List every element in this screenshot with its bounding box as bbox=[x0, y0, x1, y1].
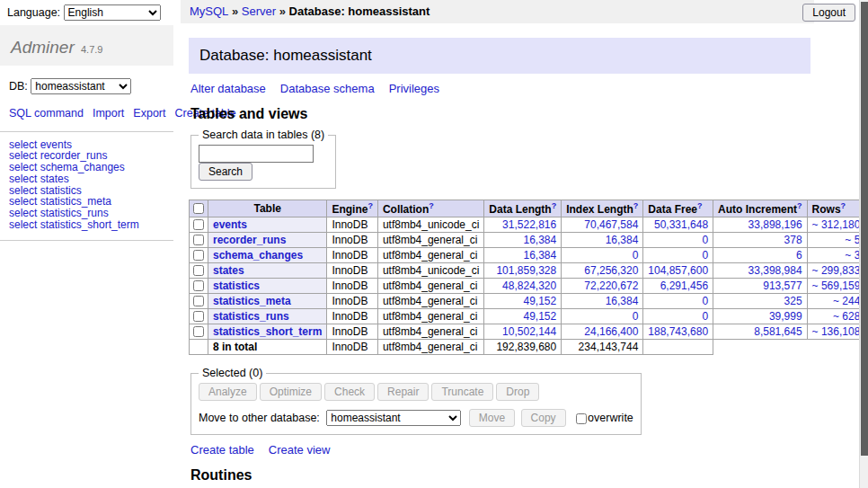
table-search-input[interactable] bbox=[199, 145, 314, 163]
data-free-link[interactable]: 0 bbox=[702, 249, 708, 262]
data-length-link[interactable]: 49,152 bbox=[523, 295, 556, 307]
check-button[interactable]: Check bbox=[324, 383, 375, 401]
data-free-link[interactable]: 188,743,680 bbox=[648, 325, 708, 338]
index-length-link[interactable]: 70,467,584 bbox=[584, 218, 638, 231]
sidebar-action-sql-command[interactable]: SQL command bbox=[9, 107, 84, 120]
link-create-table[interactable]: Create table bbox=[190, 443, 254, 457]
breadcrumb-item-server[interactable]: Server bbox=[242, 4, 276, 18]
auto-increment-link[interactable]: 325 bbox=[784, 295, 802, 307]
table-row: statisticsInnoDButf8mb4_general_ci48,824… bbox=[190, 279, 868, 294]
data-length-link[interactable]: 48,824,320 bbox=[502, 279, 556, 292]
copy-button[interactable]: Copy bbox=[521, 409, 566, 427]
auto-increment-link[interactable]: 8,581,645 bbox=[754, 325, 802, 338]
row-checkbox[interactable] bbox=[193, 219, 204, 230]
row-checkbox[interactable] bbox=[193, 326, 204, 337]
index-length-link[interactable]: 67,256,320 bbox=[584, 264, 638, 277]
table-name-link[interactable]: recorder_runs bbox=[213, 234, 286, 246]
rows-link[interactable]: ~ 299,833 bbox=[812, 264, 861, 277]
table-name-link[interactable]: states bbox=[213, 264, 244, 277]
data-length-link[interactable]: 10,502,144 bbox=[502, 325, 556, 338]
breadcrumb-item-mysql[interactable]: MySQL bbox=[190, 4, 228, 18]
help-link[interactable]: ? bbox=[368, 201, 373, 210]
rows-link[interactable]: ~ 3 bbox=[845, 249, 860, 262]
row-checkbox[interactable] bbox=[193, 296, 204, 306]
data-length-link[interactable]: 101,859,328 bbox=[496, 264, 556, 277]
drop-button[interactable]: Drop bbox=[496, 383, 539, 401]
engine-cell: InnoDB bbox=[327, 217, 378, 233]
sidebar-action-import[interactable]: Import bbox=[93, 107, 124, 120]
help-link[interactable]: ? bbox=[429, 201, 434, 210]
auto-increment-link[interactable]: 33,398,984 bbox=[748, 264, 802, 277]
overwrite-checkbox[interactable] bbox=[576, 413, 587, 424]
sidebar-item-select-schema-changes[interactable]: select schema_changes bbox=[9, 162, 164, 173]
move-target-select[interactable]: homeassistant bbox=[326, 410, 461, 426]
row-checkbox[interactable] bbox=[193, 280, 204, 291]
index-length-link[interactable]: 0 bbox=[633, 310, 639, 323]
auto-increment-link[interactable]: 6 bbox=[796, 249, 802, 262]
rows-link[interactable]: ~ 628 bbox=[833, 310, 860, 323]
collation-cell: utf8mb4_general_ci bbox=[377, 294, 483, 309]
sidebar-item-select-states[interactable]: select states bbox=[9, 173, 164, 185]
data-length-link[interactable]: 49,152 bbox=[523, 310, 556, 323]
db-link-privileges[interactable]: Privileges bbox=[389, 82, 439, 95]
db-select[interactable]: homeassistant bbox=[31, 78, 131, 94]
logout-button[interactable]: Logout bbox=[802, 4, 855, 22]
analyze-button[interactable]: Analyze bbox=[199, 383, 257, 401]
auto-increment-link[interactable]: 39,999 bbox=[769, 310, 802, 323]
table-name-link[interactable]: statistics bbox=[213, 279, 260, 292]
help-link[interactable]: ? bbox=[797, 201, 802, 210]
scrollbar-thumb[interactable] bbox=[861, 2, 868, 456]
select-all-checkbox[interactable] bbox=[193, 203, 204, 214]
vertical-scrollbar[interactable] bbox=[859, 0, 868, 488]
db-link-database-schema[interactable]: Database schema bbox=[280, 82, 375, 95]
row-checkbox[interactable] bbox=[193, 235, 204, 245]
data-free-link[interactable]: 50,331,648 bbox=[654, 218, 708, 231]
rows-link[interactable]: ~ 244 bbox=[833, 295, 860, 307]
truncate-button[interactable]: Truncate bbox=[431, 383, 493, 401]
index-length-link[interactable]: 72,220,672 bbox=[584, 279, 638, 292]
link-create-view[interactable]: Create view bbox=[269, 443, 331, 457]
sidebar-item-select-statistics-runs[interactable]: select statistics_runs bbox=[9, 208, 164, 219]
index-length-link[interactable]: 16,384 bbox=[606, 234, 639, 246]
data-free-link[interactable]: 0 bbox=[702, 295, 708, 307]
rows-link[interactable]: ~ 569,159 bbox=[812, 279, 861, 292]
help-link[interactable]: ? bbox=[633, 201, 639, 210]
row-checkbox[interactable] bbox=[193, 311, 204, 322]
index-length-link[interactable]: 0 bbox=[633, 249, 639, 262]
data-free-cell: 0 bbox=[643, 309, 713, 324]
sidebar-item-select-statistics-short-term[interactable]: select statistics_short_term bbox=[9, 219, 164, 231]
data-length-link[interactable]: 31,522,816 bbox=[502, 218, 556, 231]
data-free-link[interactable]: 0 bbox=[702, 310, 708, 323]
help-link[interactable]: ? bbox=[697, 201, 703, 210]
row-checkbox[interactable] bbox=[193, 250, 204, 261]
data-free-link[interactable]: 0 bbox=[702, 234, 708, 246]
search-button[interactable]: Search bbox=[199, 163, 252, 181]
row-checkbox[interactable] bbox=[193, 265, 204, 276]
auto-increment-link[interactable]: 913,577 bbox=[763, 279, 802, 292]
data-free-link[interactable]: 104,857,600 bbox=[648, 264, 708, 277]
auto-increment-link[interactable]: 33,898,196 bbox=[748, 218, 802, 231]
table-name-link[interactable]: statistics_runs bbox=[213, 310, 289, 323]
move-button[interactable]: Move bbox=[469, 409, 515, 427]
sidebar-action-export[interactable]: Export bbox=[133, 107, 165, 120]
table-name-link[interactable]: events bbox=[213, 218, 247, 231]
repair-button[interactable]: Repair bbox=[377, 383, 429, 401]
table-name-link[interactable]: statistics_meta bbox=[213, 295, 291, 307]
rows-link[interactable]: ~ 136,108 bbox=[812, 325, 861, 338]
help-link[interactable]: ? bbox=[552, 201, 557, 210]
auto-increment-link[interactable]: 378 bbox=[784, 234, 802, 246]
language-select[interactable]: English bbox=[64, 4, 161, 21]
index-length-link[interactable]: 24,166,400 bbox=[584, 325, 638, 338]
data-free-link[interactable]: 6,291,456 bbox=[660, 279, 708, 292]
rows-link[interactable]: ~ 5 bbox=[845, 234, 860, 246]
db-link-alter-database[interactable]: Alter database bbox=[190, 82, 266, 95]
table-name-link[interactable]: statistics_short_term bbox=[213, 325, 322, 338]
optimize-button[interactable]: Optimize bbox=[260, 383, 322, 401]
help-link[interactable]: ? bbox=[841, 201, 846, 210]
table-name-link[interactable]: schema_changes bbox=[213, 249, 303, 262]
index-length-link[interactable]: 16,384 bbox=[606, 295, 639, 307]
data-length-link[interactable]: 16,384 bbox=[523, 234, 556, 246]
data-length-link[interactable]: 16,384 bbox=[523, 249, 556, 262]
data-length-cell: 101,859,328 bbox=[484, 263, 562, 279]
rows-link[interactable]: ~ 312,180 bbox=[812, 218, 861, 231]
